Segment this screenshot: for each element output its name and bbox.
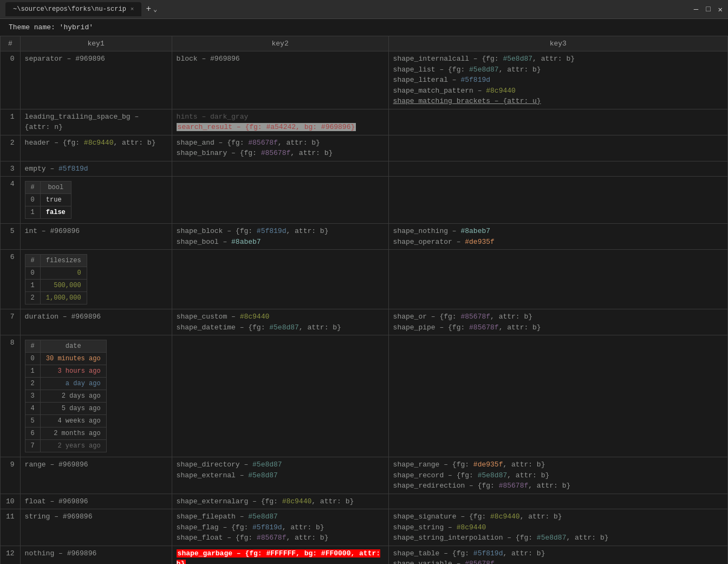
fs-val-2: 1,000,000 [40, 292, 87, 304]
row3-key2 [172, 161, 388, 177]
col-header-key1: key1 [20, 36, 172, 51]
dt-idx-3: 3 [25, 390, 40, 403]
minimize-button[interactable]: — [694, 5, 698, 14]
titlebar: ~\source\repos\forks\nu-scrip × + ⌄ — □ … [0, 0, 728, 19]
tab-label: ~\source\repos\forks\nu-scrip [13, 5, 126, 13]
row2-key2: shape_and – {fg: #85678f, attr: b} shape… [172, 135, 388, 161]
dt-idx-5: 5 [25, 415, 40, 427]
row7-key1: duration – #969896 [20, 309, 172, 335]
row8-key2 [172, 335, 388, 457]
row0-key3: shape_internalcall – {fg: #5e8d87, attr:… [388, 51, 727, 109]
active-tab[interactable]: ~\source\repos\forks\nu-scrip × [5, 2, 141, 16]
fs-row-0: 0 0 [25, 267, 87, 280]
row12-key1: nothing – #969896 [20, 546, 172, 564]
new-tab-button[interactable]: + [146, 4, 151, 14]
fs-col-hash: # [25, 255, 40, 267]
row4-key1: # bool 0 true 1 false [20, 177, 172, 224]
table-row: 12 nothing – #969896 shape_garbage – {fg… [1, 546, 728, 564]
window-controls: — □ ✕ [694, 5, 723, 14]
dt-row-2: 2 a day ago [25, 378, 106, 390]
row0-key2: block – #969896 [172, 51, 388, 109]
row4-key3 [388, 177, 727, 224]
table-row: 3 empty – #5f819d [1, 161, 728, 177]
bool-row-0: 0 true [25, 194, 71, 206]
dt-row-5: 5 4 weeks ago [25, 415, 106, 427]
dt-row-7: 7 2 years ago [25, 440, 106, 452]
row12-key2: shape_garbage – {fg: #FFFFFF, bg: #FF000… [172, 546, 388, 564]
dt-val-2: a day ago [40, 378, 106, 390]
row6-key3 [388, 250, 727, 309]
fs-idx-2: 2 [25, 292, 40, 304]
close-window-button[interactable]: ✕ [718, 5, 723, 14]
dt-val-0: 30 minutes ago [40, 353, 106, 365]
row-num-1: 1 [1, 109, 21, 135]
row-num-7: 7 [1, 309, 21, 335]
row1-key3 [388, 109, 727, 135]
row-num-6: 6 [1, 250, 21, 309]
row-num-12: 12 [1, 546, 21, 564]
dt-val-7: 2 years ago [40, 440, 106, 452]
table-row: 4 # bool 0 true [1, 177, 728, 224]
bool-table: # bool 0 true 1 false [25, 181, 72, 219]
fs-val-0: 0 [40, 267, 87, 280]
table-row: 6 # filesizes 0 0 [1, 250, 728, 309]
table-row: 2 header – {fg: #8c9440, attr: b} shape_… [1, 135, 728, 161]
row0-key1: separator – #969896 [20, 51, 172, 109]
row10-key1: float – #969896 [20, 494, 172, 509]
row5-key1: int – #969896 [20, 224, 172, 250]
row8-key3 [388, 335, 727, 457]
table-row: 8 # date 0 30 minutes ago [1, 335, 728, 457]
bool-val-0: true [40, 194, 71, 206]
dt-idx-1: 1 [25, 365, 40, 378]
row5-key3: shape_nothing – #8abeb7 shape_operator –… [388, 224, 727, 250]
dt-val-5: 4 weeks ago [40, 415, 106, 427]
dt-val-3: 2 days ago [40, 390, 106, 403]
row-num-9: 9 [1, 457, 21, 494]
dt-row-3: 3 2 days ago [25, 390, 106, 403]
row11-key3: shape_signature – {fg: #8c9440, attr: b}… [388, 509, 727, 546]
row-num-11: 11 [1, 509, 21, 546]
dt-idx-0: 0 [25, 353, 40, 365]
row-num-3: 3 [1, 161, 21, 177]
table-row: 0 separator – #969896 block – #969896 sh… [1, 51, 728, 109]
row1-key1: leading_trailing_space_bg – {attr: n} [20, 109, 172, 135]
fs-row-1: 1 500,000 [25, 280, 87, 292]
dt-idx-7: 7 [25, 440, 40, 452]
fs-row-2: 2 1,000,000 [25, 292, 87, 304]
row10-key3 [388, 494, 727, 509]
row7-key2: shape_custom – #8c9440 shape_datetime – … [172, 309, 388, 335]
dt-idx-4: 4 [25, 403, 40, 415]
dt-row-1: 1 3 hours ago [25, 365, 106, 378]
row-num-10: 10 [1, 494, 21, 509]
table-row: 7 duration – #969896 shape_custom – #8c9… [1, 309, 728, 335]
dt-val-6: 2 months ago [40, 427, 106, 440]
fs-idx-0: 0 [25, 267, 40, 280]
row4-key2 [172, 177, 388, 224]
dt-col-date: date [40, 340, 106, 353]
col-header-hash: # [1, 36, 21, 51]
row8-key1: # date 0 30 minutes ago 1 3 hours ago [20, 335, 172, 457]
row1-key2: hints – dark_gray search_result – {fg: #… [172, 109, 388, 135]
fs-idx-1: 1 [25, 280, 40, 292]
col-header-key3: key3 [388, 36, 727, 51]
row2-key3 [388, 135, 727, 161]
table-row: 11 string – #969896 shape_filepath – #5e… [1, 509, 728, 546]
dt-row-6: 6 2 months ago [25, 427, 106, 440]
row11-key2: shape_filepath – #5e8d87 shape_flag – {f… [172, 509, 388, 546]
restore-button[interactable]: □ [706, 5, 710, 14]
tab-close-icon[interactable]: × [131, 6, 134, 12]
dt-idx-6: 6 [25, 427, 40, 440]
row6-key2 [172, 250, 388, 309]
row-num-8: 8 [1, 335, 21, 457]
row9-key2: shape_directory – #5e8d87 shape_external… [172, 457, 388, 494]
table-row: 5 int – #969896 shape_block – {fg: #5f81… [1, 224, 728, 250]
filesizes-table: # filesizes 0 0 1 500,000 [25, 254, 87, 304]
bool-col-hash: # [25, 181, 40, 194]
row-num-4: 4 [1, 177, 21, 224]
main-data-table: # key1 key2 key3 0 separator – #969896 b… [0, 36, 728, 564]
row12-key3: shape_table – {fg: #5f819d, attr: b} sha… [388, 546, 727, 564]
row9-key1: range – #969896 [20, 457, 172, 494]
tab-dropdown-icon[interactable]: ⌄ [153, 5, 157, 14]
bool-idx-1: 1 [25, 206, 40, 219]
dt-row-0: 0 30 minutes ago [25, 353, 106, 365]
